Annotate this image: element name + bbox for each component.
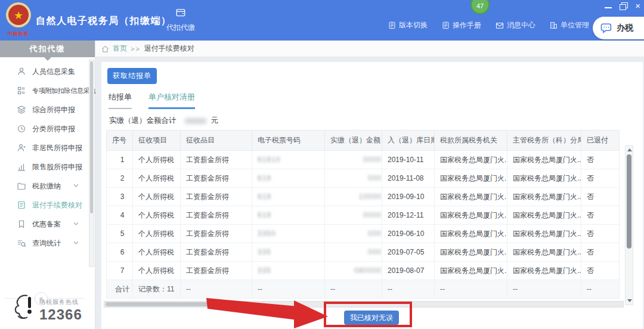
cell-org: 国家税务总局厦门火...	[435, 262, 507, 280]
cell-date: 2019-12-11	[382, 206, 435, 225]
tab-single-account-checklist[interactable]: 单户核对清册	[148, 92, 195, 109]
sidebar-item-comprehensive-income[interactable]: 综合所得申报	[0, 100, 89, 119]
sidebar-item-restricted-stock[interactable]: 限售股所得申报	[0, 157, 89, 176]
redacted-amount: 0000	[363, 211, 382, 219]
cell-ticket: 335	[252, 243, 325, 262]
redacted-amount: 10000	[359, 193, 382, 201]
table-row[interactable]: 7个人所得税工资薪金所得3350800002019-08-07国家税务总局厦门火…	[107, 262, 620, 280]
receipt-icon	[17, 200, 26, 210]
cell-seq: 3	[107, 188, 133, 206]
checklist-table: 序号 征收项目 征收品目 电子税票号码 实缴（退）金额 入（退）库日期 税款所属…	[106, 130, 620, 299]
cell-project: 个人所得税	[133, 243, 181, 262]
cell-date: 2019-11-08	[382, 169, 435, 188]
sidebar-item-preferential-filing[interactable]: 优惠备案	[0, 215, 89, 234]
sidebar-scrollbar[interactable]	[89, 60, 94, 267]
redacted-amount: 000	[368, 174, 382, 182]
cell-refunded: 否	[581, 151, 620, 169]
fetch-statement-button[interactable]: 获取结报单	[107, 68, 157, 84]
nav-manual[interactable]: 操作手册	[442, 20, 481, 30]
sidebar-item-label: 限售股所得申报	[32, 162, 82, 172]
minimize-icon[interactable]	[604, 2, 612, 10]
table-row[interactable]: 6个人所得税工资薪金所得3350002019-07-05国家税务总局厦门火...…	[107, 243, 620, 262]
breadcrumb-home-link[interactable]: 首页	[113, 44, 127, 54]
nav-unit-management[interactable]: 单位管理	[550, 20, 589, 30]
cell-amount: 000	[325, 169, 382, 188]
sidebar-item-label: 综合所得申报	[32, 105, 75, 115]
scroll-down-arrow-icon[interactable]	[627, 299, 632, 302]
logo-caption: 中国税务	[4, 30, 33, 37]
sidebar-item-query-statistics[interactable]: 查询统计	[0, 234, 89, 253]
nav-label: 版本切换	[399, 20, 428, 30]
col-project: 征收项目	[133, 131, 181, 151]
cell-project: 个人所得税	[133, 206, 181, 225]
table-row[interactable]: 5个人所得税工资薪金所得33500002019-06-10国家税务总局厦门火..…	[107, 225, 620, 243]
redacted-ticket: 3350	[258, 229, 276, 238]
sidebar-item-label: 优惠备案	[32, 219, 61, 229]
cell-amount: 000	[325, 243, 382, 262]
col-amount: 实缴（退）金额	[325, 131, 382, 151]
table-horizontal-scrollbar[interactable]	[104, 301, 624, 308]
sidebar-header: 代扣代缴	[0, 41, 95, 57]
amount-summary-label: 实缴（退）金额合计	[109, 116, 177, 126]
cell-project: 个人所得税	[133, 262, 181, 280]
cell-item: 工资薪金所得	[181, 262, 252, 280]
sidebar-item-refund-fee-check[interactable]: 退付手续费核对	[0, 195, 89, 215]
cell-item: 工资薪金所得	[181, 151, 252, 169]
home-icon[interactable]	[101, 45, 109, 52]
horizontal-scrollbar-thumb[interactable]	[106, 302, 216, 306]
cell-org: 国家税务总局厦门火...	[435, 151, 507, 169]
tab-statement[interactable]: 结报单	[109, 92, 132, 109]
footer-cell: --	[325, 280, 382, 299]
table-footer-row: 合计 记录数：11 -- -- -- -- -- -- --	[107, 280, 620, 299]
tab-withholding-label: 代扣代缴	[162, 23, 199, 33]
redacted-amount-value	[185, 118, 206, 124]
layers-icon	[17, 105, 26, 114]
table-row[interactable]: 1个人所得税工资薪金所得6191000002019-10-11国家税务总局厦门火…	[107, 151, 620, 169]
table-vertical-scrollbar[interactable]	[625, 145, 633, 305]
close-icon[interactable]: ×	[635, 2, 640, 10]
cell-ticket: 3350	[252, 225, 325, 243]
sidebar-scrollbar-thumb[interactable]	[90, 61, 93, 213]
restore-icon[interactable]	[620, 2, 628, 10]
cell-seq: 7	[107, 262, 133, 280]
footer-cell: --	[507, 280, 581, 299]
nav-message-center[interactable]: 消息中心	[496, 20, 535, 30]
table-row[interactable]: 4个人所得税工资薪金所得61900002019-12-11国家税务总局厦门火..…	[107, 206, 620, 225]
footer-cell: --	[252, 280, 325, 299]
cell-refunded: 否	[581, 243, 620, 262]
hotline-number: 12366	[39, 306, 82, 323]
cell-seq: 2	[107, 169, 133, 188]
cell-item: 工资薪金所得	[181, 243, 252, 262]
chevron-down-icon	[73, 241, 79, 245]
cell-branch: 国家税务总局厦门火...	[507, 206, 581, 225]
cell-org: 国家税务总局厦门火...	[435, 243, 507, 262]
table-row[interactable]: 2个人所得税工资薪金所得6190002019-11-08国家税务总局厦门火...…	[107, 169, 620, 188]
main-panel: 获取结报单 结报单 单户核对清册 实缴（退）金额合计 元 序号 征收项目 征收品…	[101, 62, 643, 329]
cell-project: 个人所得税	[133, 188, 181, 206]
form-icon	[17, 86, 26, 95]
sidebar-item-label: 非居民所得申报	[32, 143, 82, 153]
redacted-ticket: 335	[258, 248, 271, 256]
sidebar-item-special-deduction[interactable]: 专项附加扣除信息采集	[0, 81, 89, 100]
table-row[interactable]: 3个人所得税工资薪金所得619100002019-09-10国家税务总局厦门火.…	[107, 188, 620, 206]
redacted-ticket: 61910	[258, 156, 280, 164]
nav-version-switch[interactable]: 版本切换	[388, 20, 428, 30]
confirm-checked-button[interactable]: 我已核对无误	[344, 311, 399, 325]
sidebar-item-personnel-info[interactable]: 人员信息采集	[0, 62, 89, 81]
hotline-label: 纳税服务热线	[39, 298, 82, 306]
tax-service-pill[interactable]: 办税	[593, 17, 644, 39]
tab-withholding[interactable]: 代扣代缴	[162, 7, 199, 37]
sidebar-item-nonresident-income[interactable]: 非居民所得申报	[0, 138, 89, 157]
cell-ticket: 335	[252, 262, 325, 280]
scroll-up-arrow-icon[interactable]	[627, 148, 632, 151]
sidebar-item-tax-payment[interactable]: 税款缴纳	[0, 176, 89, 195]
cell-org: 国家税务总局厦门火...	[435, 169, 507, 188]
cell-branch: 国家税务总局厦门火...	[507, 188, 581, 206]
app-header: ★ 中国税务 自然人电子税务局（扣缴端） 代扣代缴 47 版本切换	[0, 0, 644, 41]
sidebar-item-classified-income[interactable]: 分类所得申报	[0, 119, 89, 138]
vertical-scrollbar-thumb[interactable]	[627, 154, 631, 249]
bar-chart-icon	[17, 162, 26, 172]
folder-icon	[17, 181, 26, 191]
cell-ticket: 61910	[252, 151, 325, 169]
building-icon	[550, 21, 558, 29]
